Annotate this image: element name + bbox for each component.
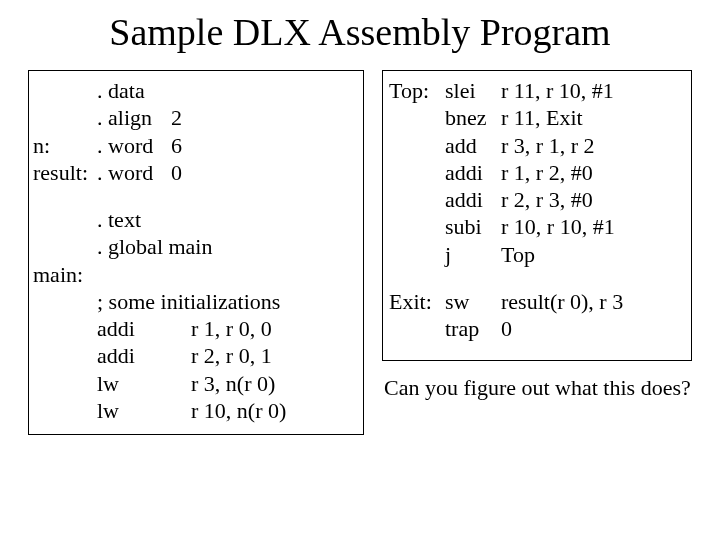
- op: lw: [33, 370, 191, 397]
- label: Top:: [389, 77, 445, 104]
- code-row: Exit: sw result(r 0), r 3: [389, 288, 683, 315]
- code-row: ; some initializations: [33, 288, 353, 315]
- panels: . data . align 2 n: . word 6 result: . w…: [28, 70, 692, 435]
- code-row: . align 2: [33, 104, 353, 131]
- op: j: [445, 241, 501, 268]
- right-code-panel: Top: slei r 11, r 10, #1 bnez r 11, Exit…: [382, 70, 692, 361]
- code-row: addi r 1, r 2, #0: [389, 159, 683, 186]
- slide: Sample DLX Assembly Program . data . ali…: [0, 0, 720, 435]
- label: [33, 77, 97, 104]
- slide-title: Sample DLX Assembly Program: [28, 10, 692, 54]
- code-row: result: . word 0: [33, 159, 353, 186]
- arg: r 2, r 3, #0: [501, 186, 593, 213]
- blank-line: [33, 186, 353, 206]
- code-row: main:: [33, 261, 353, 288]
- label: [389, 132, 445, 159]
- code-row: . text: [33, 206, 353, 233]
- arg: r 1, r 2, #0: [501, 159, 593, 186]
- code-row: bnez r 11, Exit: [389, 104, 683, 131]
- code-row: Top: slei r 11, r 10, #1: [389, 77, 683, 104]
- code-row: . global main: [33, 233, 353, 260]
- label: [389, 104, 445, 131]
- op: add: [445, 132, 501, 159]
- arg: r 2, r 0, 1: [191, 342, 272, 369]
- op: . global main: [97, 233, 171, 260]
- code-row: n: . word 6: [33, 132, 353, 159]
- op: bnez: [445, 104, 501, 131]
- left-code-panel: . data . align 2 n: . word 6 result: . w…: [28, 70, 364, 435]
- op: slei: [445, 77, 501, 104]
- code-row: lw r 3, n(r 0): [33, 370, 353, 397]
- label: n:: [33, 132, 97, 159]
- op: sw: [445, 288, 501, 315]
- op: subi: [445, 213, 501, 240]
- label: Exit:: [389, 288, 445, 315]
- op: lw: [33, 397, 191, 424]
- caption-text: Can you figure out what this does?: [384, 375, 692, 401]
- code-row: addi r 2, r 0, 1: [33, 342, 353, 369]
- code-row: addi r 2, r 3, #0: [389, 186, 683, 213]
- arg: r 3, n(r 0): [191, 370, 275, 397]
- op: addi: [445, 159, 501, 186]
- comment: ; some initializations: [33, 288, 280, 315]
- label: result:: [33, 159, 97, 186]
- arg: r 11, r 10, #1: [501, 77, 614, 104]
- label: [389, 241, 445, 268]
- code-row: add r 3, r 1, r 2: [389, 132, 683, 159]
- op: addi: [33, 315, 191, 342]
- arg: r 3, r 1, r 2: [501, 132, 594, 159]
- code-row: addi r 1, r 0, 0: [33, 315, 353, 342]
- label: [389, 159, 445, 186]
- op: . text: [97, 206, 171, 233]
- arg: r 1, r 0, 0: [191, 315, 272, 342]
- arg: Top: [501, 241, 535, 268]
- op: . word: [97, 132, 171, 159]
- code-row: trap 0: [389, 315, 683, 342]
- label: [389, 315, 445, 342]
- op: . data: [97, 77, 171, 104]
- op: trap: [445, 315, 501, 342]
- label: [33, 104, 97, 131]
- label: [389, 186, 445, 213]
- right-column: Top: slei r 11, r 10, #1 bnez r 11, Exit…: [382, 70, 692, 401]
- label: [33, 206, 97, 233]
- label: [33, 233, 97, 260]
- code-row: lw r 10, n(r 0): [33, 397, 353, 424]
- arg: 0: [171, 159, 182, 186]
- main-label: main:: [33, 261, 83, 288]
- op: addi: [33, 342, 191, 369]
- label: [389, 213, 445, 240]
- blank-line: [389, 268, 683, 288]
- arg: r 10, n(r 0): [191, 397, 286, 424]
- op: . word: [97, 159, 171, 186]
- arg: r 10, r 10, #1: [501, 213, 615, 240]
- op: . align: [97, 104, 171, 131]
- arg: r 11, Exit: [501, 104, 583, 131]
- arg: 2: [171, 104, 182, 131]
- code-row: . data: [33, 77, 353, 104]
- arg: 6: [171, 132, 182, 159]
- code-row: subi r 10, r 10, #1: [389, 213, 683, 240]
- arg: result(r 0), r 3: [501, 288, 623, 315]
- code-row: j Top: [389, 241, 683, 268]
- arg: 0: [501, 315, 512, 342]
- op: addi: [445, 186, 501, 213]
